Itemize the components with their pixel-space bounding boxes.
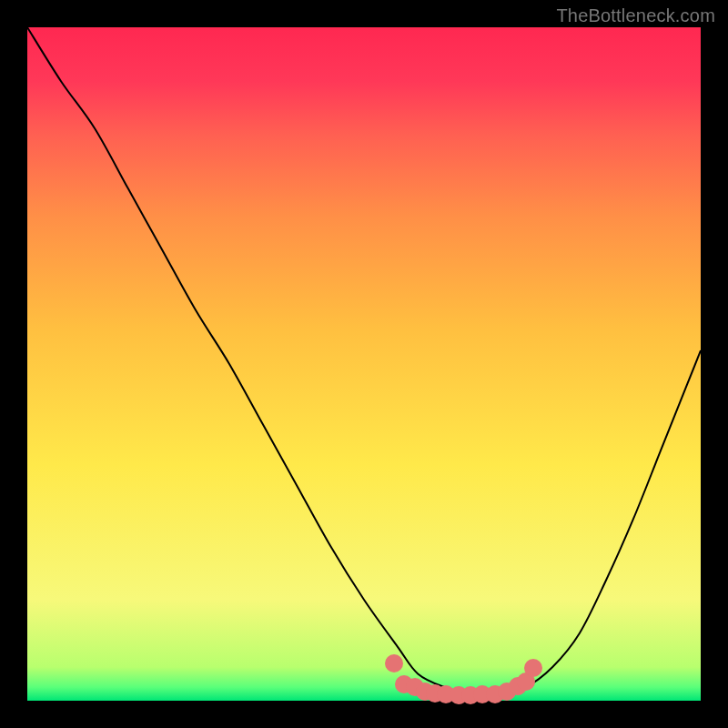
chart-stage: TheBottleneck.com xyxy=(0,0,728,728)
watermark-text: TheBottleneck.com xyxy=(556,5,715,26)
plot-area xyxy=(27,27,701,701)
bottleneck-curve xyxy=(27,27,701,701)
